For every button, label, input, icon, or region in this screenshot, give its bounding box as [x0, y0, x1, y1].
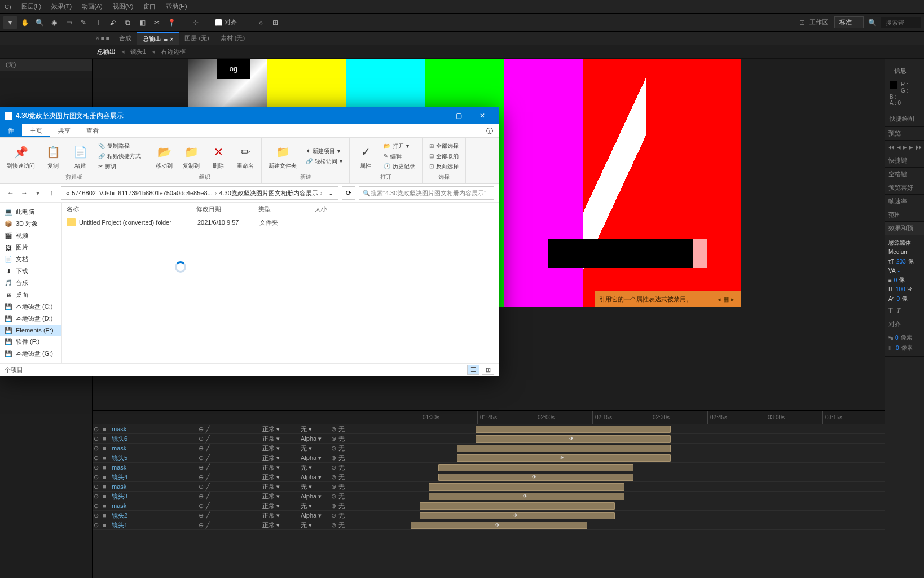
- timeline-layer-row[interactable]: ⊙■ 镜头3 ⊕╱ 正常 ▾ Alpha ▾ ⊚ 无: [93, 492, 885, 501]
- nav-item[interactable]: 🎬视频: [0, 230, 61, 242]
- help-search-input[interactable]: [881, 17, 921, 28]
- timeline-layer-row[interactable]: ⊙■ mask ⊕╱ 正常 ▾ 无 ▾ ⊚ 无: [93, 424, 885, 434]
- address-bar[interactable]: « 5746802_VJshi_6117391b8801e750a0dc4e85…: [61, 186, 338, 200]
- eraser-tool[interactable]: ◧: [135, 16, 149, 29]
- rename-button[interactable]: ✏重命名: [234, 141, 257, 172]
- col-size[interactable]: 大小: [310, 205, 350, 213]
- warn-expand-icon[interactable]: ▦: [723, 296, 731, 303]
- font-size-input[interactable]: 203: [896, 259, 906, 265]
- timeline-layer-row[interactable]: ⊙■ mask ⊕╱ 正常 ▾ 无 ▾ ⊚ 无: [93, 482, 885, 492]
- nav-item[interactable]: 🖼图片: [0, 242, 61, 253]
- nav-item[interactable]: 💾软件 (F:): [0, 336, 61, 348]
- cut-button[interactable]: ✂ 剪切: [96, 161, 143, 172]
- search-icon[interactable]: 🔍: [868, 19, 877, 27]
- copy-button[interactable]: 📋复制: [42, 141, 64, 172]
- play-icon[interactable]: ▸: [903, 143, 907, 151]
- minimize-button[interactable]: —: [423, 107, 447, 124]
- newfolder-button[interactable]: 📁新建文件夹: [266, 141, 299, 172]
- nav-item[interactable]: 📦3D 对象: [0, 218, 61, 230]
- nav-item[interactable]: 🎵音乐: [0, 277, 61, 289]
- tab-layer[interactable]: 图层 (无): [179, 32, 214, 44]
- tab-composition[interactable]: 合成: [113, 32, 137, 44]
- font-family-dropdown[interactable]: 思源黑体: [888, 239, 921, 247]
- next-frame-icon[interactable]: ▸: [909, 143, 913, 151]
- menu-item[interactable]: C): [5, 3, 11, 10]
- clone-tool[interactable]: ⧉: [121, 16, 134, 29]
- tab-footage[interactable]: 素材 (无): [215, 32, 250, 44]
- snap-tool[interactable]: ⊞: [269, 16, 282, 29]
- timeline-layer-row[interactable]: ⊙■ 镜头1 ⊕╱ 正常 ▾ 无 ▾ ⊚ 无: [93, 520, 885, 530]
- menu-item[interactable]: 窗口: [143, 2, 156, 11]
- bold-icon[interactable]: T: [888, 306, 893, 314]
- col-name[interactable]: 名称: [62, 205, 192, 213]
- icons-view-button[interactable]: ⊞: [482, 365, 494, 375]
- selectnone-button[interactable]: ⊟ 全部取消: [427, 151, 461, 161]
- workspace-dropdown[interactable]: 标准: [834, 16, 864, 28]
- nav-item[interactable]: 💾本地磁盘 (C:): [0, 301, 61, 313]
- nav-item[interactable]: ⬇下载: [0, 265, 61, 277]
- breadcrumb-item[interactable]: 右边边框: [161, 47, 186, 56]
- menu-item[interactable]: 帮助(H): [166, 2, 187, 11]
- up-button[interactable]: ↑: [45, 187, 58, 199]
- project-tab[interactable]: (无): [0, 59, 21, 71]
- tab-file[interactable]: 件: [0, 124, 22, 137]
- vscale-input[interactable]: 100: [896, 286, 905, 292]
- open-button[interactable]: 📂 打开 ▾: [381, 141, 417, 151]
- menu-item[interactable]: 视图(V): [113, 2, 134, 11]
- close-icon[interactable]: ×: [170, 36, 173, 42]
- roto-tool[interactable]: ✂: [150, 16, 164, 29]
- tab-share[interactable]: 共享: [50, 124, 78, 137]
- invert-button[interactable]: ⊡ 反向选择: [427, 161, 461, 172]
- timeline-layer-row[interactable]: ⊙■ mask ⊕╱ 正常 ▾ 无 ▾ ⊚ 无: [93, 463, 885, 472]
- tab-home[interactable]: 主页: [22, 124, 50, 137]
- paste-button[interactable]: 📄粘贴: [69, 141, 91, 172]
- mesh-tool[interactable]: ⟐: [254, 16, 267, 29]
- nav-item[interactable]: 🖥桌面: [0, 289, 61, 301]
- hand-tool[interactable]: ✋: [18, 16, 32, 29]
- timeline-layer-row[interactable]: ⊙■ 镜头5 ⊕╱ 正常 ▾ Alpha ▾ ⊚ 无: [93, 453, 885, 463]
- menu-item[interactable]: 图层(L): [21, 2, 41, 11]
- zoom-tool[interactable]: 🔍: [33, 16, 46, 29]
- pin-button[interactable]: 📌到快速访问: [5, 141, 37, 172]
- selection-tool[interactable]: ▾: [3, 16, 17, 29]
- easyaccess-button[interactable]: 🔗 轻松访问 ▾: [303, 156, 345, 167]
- file-row[interactable]: Untitled Project (converted) folder2021/…: [62, 216, 499, 229]
- breadcrumb-item[interactable]: 总输出: [97, 47, 116, 56]
- cc-icon[interactable]: ⊡: [799, 19, 805, 27]
- refresh-button[interactable]: ⟳: [342, 186, 355, 200]
- window-titlebar[interactable]: 4.30党政坚决图片图文相册内容展示 — ▢ ✕: [0, 107, 499, 124]
- col-date[interactable]: 修改日期: [192, 205, 254, 213]
- font-weight-dropdown[interactable]: Medium: [888, 249, 921, 255]
- timeline-layer-row[interactable]: ⊙■ 镜头4 ⊕╱ 正常 ▾ Alpha ▾ ⊚ 无: [93, 472, 885, 482]
- edit-button[interactable]: ✎ 编辑: [381, 151, 417, 161]
- delete-button[interactable]: ✕删除: [207, 141, 230, 172]
- warn-prev-icon[interactable]: ◂: [718, 296, 723, 303]
- forward-button[interactable]: →: [18, 187, 30, 199]
- breadcrumb-item[interactable]: 镜头1: [130, 47, 146, 56]
- search-input[interactable]: 🔍 搜索"4.30党政坚决图片图文相册内容展示": [359, 186, 494, 200]
- align-h-icon[interactable]: ↹: [888, 335, 893, 341]
- maximize-button[interactable]: ▢: [447, 107, 470, 124]
- pen-tool[interactable]: ✎: [77, 16, 90, 29]
- align-v-icon[interactable]: ⊪: [888, 345, 894, 351]
- tracking-input[interactable]: 0: [894, 277, 897, 283]
- nav-item[interactable]: 💻此电脑: [0, 206, 61, 218]
- timeline-ruler[interactable]: 01:30s 01:45s 02:00s 02:15s 02:30s 02:45…: [93, 411, 885, 424]
- orbit-tool[interactable]: ◉: [47, 16, 61, 29]
- puppet-tool[interactable]: 📍: [165, 16, 178, 29]
- history-dropdown[interactable]: ▾: [32, 187, 44, 199]
- close-button[interactable]: ✕: [470, 107, 494, 124]
- warn-next-icon[interactable]: ▸: [731, 296, 737, 303]
- baseline-input[interactable]: 0: [896, 296, 900, 302]
- back-button[interactable]: ←: [5, 187, 17, 199]
- timeline-layer-row[interactable]: ⊙■ 镜头2 ⊕╱ 正常 ▾ Alpha ▾ ⊚ 无: [93, 511, 885, 520]
- paste-shortcut-button[interactable]: 🔗 粘贴快捷方式: [96, 151, 143, 161]
- properties-button[interactable]: ✓属性: [354, 141, 377, 172]
- copy-path-button[interactable]: 📎 复制路径: [96, 141, 143, 151]
- moveto-button[interactable]: 📂移动到: [153, 141, 175, 172]
- help-icon[interactable]: ⓘ: [481, 124, 499, 137]
- col-type[interactable]: 类型: [254, 205, 310, 213]
- tab-output[interactable]: 总输出 ≡ ×: [137, 32, 179, 45]
- last-frame-icon[interactable]: ⏭: [916, 143, 923, 151]
- timeline-layer-row[interactable]: ⊙■ mask ⊕╱ 正常 ▾ 无 ▾ ⊚ 无: [93, 501, 885, 511]
